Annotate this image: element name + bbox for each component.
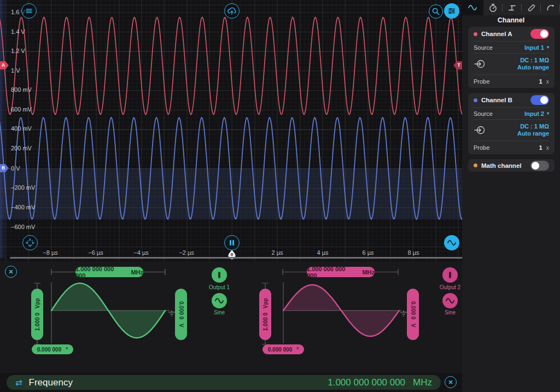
output2-frequency-pill[interactable]: 1.000 000 000 000MHz bbox=[307, 267, 375, 277]
y-axis-label: −400 mV bbox=[11, 204, 35, 211]
panel-title: Channel bbox=[462, 16, 560, 24]
output2-enable-button[interactable] bbox=[442, 267, 458, 283]
moku-oscilloscope-app: 1.6 V 1.4 V 1.2 V 1 V 800 mV 600 mV 400 … bbox=[0, 0, 560, 392]
source-value: Input 1 bbox=[524, 44, 544, 51]
output1-phase-pill[interactable]: 0.000 000° bbox=[32, 344, 73, 354]
zoom-button[interactable] bbox=[429, 4, 443, 19]
channel-sidebar: Channel Channel A Source Input 1▾ DC : 1… bbox=[462, 0, 560, 392]
sine-wave-icon bbox=[214, 297, 224, 305]
channel-a-probe-row[interactable]: Probe 1x bbox=[474, 75, 549, 88]
range-value: Auto range bbox=[517, 64, 549, 71]
y-axis-label: 400 mV bbox=[11, 125, 32, 132]
output2-phase-pill[interactable]: 0.000 000° bbox=[262, 344, 304, 354]
frequency-value: 1.000 000 000 000 bbox=[328, 377, 405, 388]
y-axis-label: −600 mV bbox=[11, 224, 35, 231]
probe-label: Probe bbox=[474, 78, 489, 85]
input-coupling-icon bbox=[474, 58, 487, 69]
sine-wave-icon bbox=[445, 297, 455, 305]
y-axis-label: 1.2 V bbox=[11, 48, 25, 55]
source-value: Input 2 bbox=[524, 110, 544, 117]
tab-timebase[interactable] bbox=[483, 0, 503, 15]
output1-frequency-pill[interactable]: 1.000 000 000 000MHz bbox=[75, 267, 143, 277]
math-channel-label: Math channel bbox=[481, 162, 521, 169]
output1-waveform-label: Sine bbox=[200, 309, 239, 315]
channel-b-coupling-row[interactable]: DC : 1 MΩAuto range bbox=[474, 120, 549, 141]
power-icon bbox=[449, 272, 451, 278]
source-label: Source bbox=[474, 110, 493, 117]
range-value: Auto range bbox=[517, 130, 549, 137]
pause-icon bbox=[229, 239, 235, 246]
x-axis-label: 4 µs bbox=[306, 249, 339, 256]
x-axis-label: −4 µs bbox=[125, 249, 158, 256]
magnifier-icon bbox=[431, 7, 440, 16]
crosshair-icon bbox=[25, 238, 35, 248]
precision-cursor-button[interactable] bbox=[22, 235, 38, 250]
output1-waveform-button[interactable] bbox=[212, 293, 227, 308]
caret-down-icon: ▾ bbox=[547, 45, 549, 50]
channel-a-card: Channel A Source Input 1▾ DC : 1 MΩAuto … bbox=[468, 27, 555, 88]
channel-b-toggle[interactable] bbox=[530, 95, 549, 105]
cloud-upload-button[interactable] bbox=[224, 3, 240, 19]
channel-b-probe-row[interactable]: Probe 1x bbox=[474, 141, 549, 154]
probe-value: 1 bbox=[539, 144, 542, 151]
cloud-upload-icon bbox=[227, 7, 237, 15]
settings-tabbar bbox=[462, 0, 560, 15]
sliders-icon bbox=[447, 7, 456, 15]
channel-a-coupling-row[interactable]: DC : 1 MΩAuto range bbox=[474, 54, 549, 75]
math-channel-toggle[interactable] bbox=[530, 161, 549, 171]
channel-b-header-row: Channel B bbox=[474, 93, 549, 108]
tab-measure[interactable] bbox=[522, 0, 541, 15]
tab-probe[interactable] bbox=[541, 0, 560, 15]
timebase-scrollbar[interactable] bbox=[10, 257, 464, 259]
probe-icon bbox=[546, 3, 555, 13]
channel-b-envelope-fill bbox=[0, 168, 462, 219]
tab-trigger[interactable] bbox=[503, 0, 522, 15]
channel-a-label: Channel A bbox=[481, 31, 512, 37]
math-channel-card: Math channel bbox=[468, 159, 555, 172]
channel-a-color-dot bbox=[474, 32, 477, 36]
x-axis-label: −2 µs bbox=[170, 249, 203, 256]
y-axis-label: 800 mV bbox=[11, 86, 32, 93]
display-settings-button[interactable] bbox=[444, 3, 459, 19]
math-channel-row: Math channel bbox=[474, 159, 549, 172]
output1-label: Output 1 bbox=[200, 284, 239, 290]
menu-button[interactable] bbox=[21, 3, 37, 19]
source-waveform-button[interactable] bbox=[444, 235, 459, 250]
y-axis-label: 1 V bbox=[11, 67, 20, 74]
probe-value: 1 bbox=[539, 78, 542, 85]
tab-channel[interactable] bbox=[462, 0, 483, 15]
coupling-value: DC : 1 MΩ bbox=[517, 123, 549, 130]
channel-b-label: Channel B bbox=[481, 97, 512, 103]
swap-icon[interactable]: ⇄ bbox=[15, 378, 22, 388]
x-axis-label: 8 µs bbox=[397, 249, 430, 256]
channel-a-source-row[interactable]: Source Input 1▾ bbox=[474, 42, 549, 54]
probe-unit: x bbox=[546, 144, 550, 151]
source-label: Source bbox=[474, 44, 493, 51]
y-axis-label: 600 mV bbox=[11, 106, 32, 113]
output1-offset-pill[interactable]: 0.000 0V bbox=[175, 289, 187, 340]
output1-enable-button[interactable] bbox=[212, 267, 227, 283]
x-axis-label: 6 µs bbox=[352, 249, 384, 256]
frequency-slider[interactable]: ⇄ Frequency 1.000 000 000 000MHz bbox=[7, 375, 441, 390]
output2-amplitude-pill[interactable]: 1.000 0Vpp bbox=[259, 289, 271, 340]
channel-a-toggle[interactable] bbox=[530, 29, 549, 39]
sine-wave-icon bbox=[468, 4, 477, 11]
pause-button[interactable] bbox=[224, 235, 240, 250]
channel-a-header-row: Channel A bbox=[474, 27, 549, 42]
channel-a-waveform bbox=[0, 17, 462, 115]
x-axis-label: 2 µs bbox=[261, 249, 294, 256]
output2-waveform-button[interactable] bbox=[442, 293, 458, 308]
power-icon bbox=[218, 272, 220, 278]
pencil-icon bbox=[527, 3, 536, 13]
channel-b-source-row[interactable]: Source Input 2▾ bbox=[474, 108, 549, 120]
hamburger-icon bbox=[25, 7, 33, 15]
frequency-bar-close-button[interactable]: ✕ bbox=[445, 376, 457, 388]
output2-offset-pill[interactable]: 0.000 0V bbox=[407, 289, 419, 340]
waveform-plot[interactable] bbox=[0, 0, 462, 261]
stopwatch-icon bbox=[488, 3, 498, 13]
oscilloscope-display[interactable]: 1.6 V 1.4 V 1.2 V 1 V 800 mV 600 mV 400 … bbox=[0, 0, 462, 261]
step-edge-icon bbox=[508, 3, 517, 13]
generator-close-button[interactable]: ✕ bbox=[5, 266, 17, 278]
output1-amplitude-pill[interactable]: 1.000 0Vpp bbox=[31, 289, 43, 340]
x-axis-label: −6 µs bbox=[79, 249, 112, 256]
